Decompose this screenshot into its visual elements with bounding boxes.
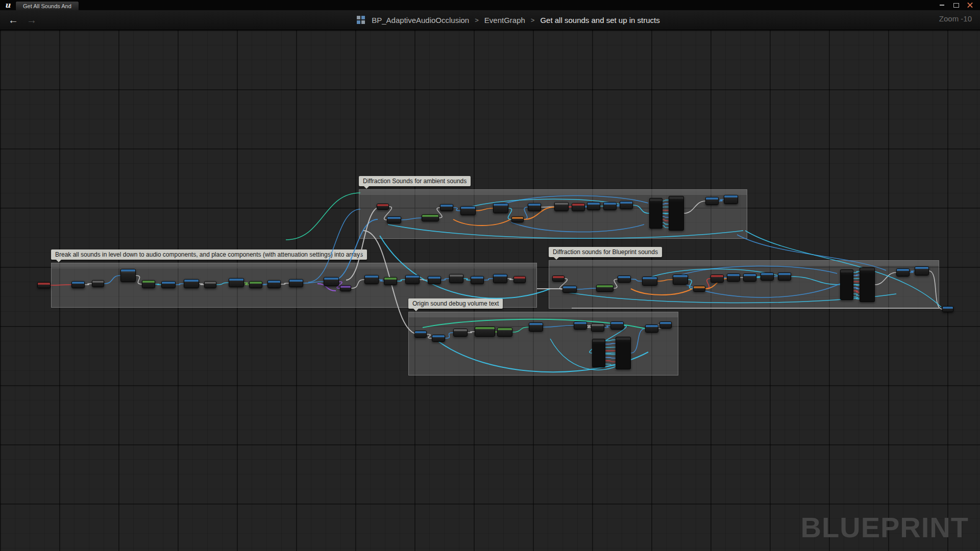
graph-node[interactable] <box>493 203 508 213</box>
graph-node[interactable] <box>497 328 512 337</box>
graph-node[interactable] <box>471 276 484 284</box>
graph-node[interactable] <box>453 329 468 337</box>
graph-node[interactable] <box>340 285 351 291</box>
comment-label-blueprint[interactable]: Diffraction sounds for Blueprint sounds <box>549 247 662 257</box>
graph-node[interactable] <box>562 286 577 293</box>
comment-label-break[interactable]: Break all sounds in level down to audio … <box>51 249 367 260</box>
blueprint-grid-icon <box>357 16 365 24</box>
zoom-level: Zoom -10 <box>939 14 972 23</box>
graph-node[interactable] <box>896 268 910 277</box>
graph-node[interactable] <box>37 282 51 288</box>
comment-box-origin[interactable] <box>408 312 678 375</box>
graph-node[interactable] <box>724 195 738 204</box>
comment-label-origin[interactable]: Origin sound debug volume text <box>408 298 503 309</box>
comment-box-ambient[interactable] <box>359 189 747 239</box>
graph-node[interactable] <box>710 274 724 283</box>
graph-node[interactable] <box>377 204 389 210</box>
graph-node[interactable] <box>428 276 441 284</box>
asset-tab[interactable]: Get All Sounds And <box>15 1 79 10</box>
breadcrumb-item-current: Get all sounds and set up in structs <box>540 16 659 24</box>
graph-node[interactable] <box>184 279 199 288</box>
graph-node[interactable] <box>574 321 587 330</box>
graph-node[interactable] <box>229 278 244 287</box>
graph-node[interactable] <box>204 281 216 288</box>
graph-node[interactable] <box>528 203 541 211</box>
graph-node[interactable] <box>554 202 569 211</box>
graph-node[interactable] <box>71 281 85 288</box>
graph-node[interactable] <box>693 286 705 292</box>
graph-node[interactable] <box>449 274 463 283</box>
unreal-editor-window: u Get All Sounds And ← → BP_AdaptiveAudi… <box>0 0 980 551</box>
graph-node[interactable] <box>596 285 614 292</box>
close-icon[interactable] <box>966 2 975 9</box>
graph-node[interactable] <box>440 204 453 211</box>
graph-node[interactable] <box>513 276 526 283</box>
graph-node[interactable] <box>727 273 740 282</box>
comment-layer: Diffraction Sounds for ambient soundsBre… <box>0 30 980 551</box>
graph-node[interactable] <box>422 214 439 221</box>
graph-node[interactable] <box>659 321 672 329</box>
graph-node[interactable] <box>529 322 543 332</box>
comment-label-ambient[interactable]: Diffraction Sounds for ambient sounds <box>359 176 471 186</box>
restore-icon[interactable] <box>951 2 961 9</box>
graph-node[interactable] <box>616 337 631 369</box>
graph-node[interactable] <box>705 197 719 205</box>
breadcrumb-separator-icon: > <box>531 16 535 24</box>
graph-node[interactable] <box>572 203 585 211</box>
graph-node[interactable] <box>92 280 104 287</box>
graph-node[interactable] <box>620 201 633 209</box>
graph-node[interactable] <box>432 335 445 342</box>
graph-node[interactable] <box>475 327 495 337</box>
graph-node[interactable] <box>645 324 658 333</box>
graph-node[interactable] <box>120 269 136 282</box>
graph-node[interactable] <box>915 266 929 276</box>
forward-button[interactable]: → <box>27 15 37 25</box>
window-controls <box>937 0 980 10</box>
titlebar: u Get All Sounds And <box>0 0 980 10</box>
graph-node[interactable] <box>249 281 262 288</box>
unreal-logo-icon: u <box>0 0 15 10</box>
graph-node[interactable] <box>289 279 303 287</box>
graph-node[interactable] <box>592 339 605 367</box>
graph-node[interactable] <box>673 274 688 285</box>
graph-node[interactable] <box>460 206 476 215</box>
graph-node[interactable] <box>603 202 617 210</box>
graph-node[interactable] <box>778 272 791 281</box>
breadcrumb-separator-icon: > <box>475 16 479 24</box>
graph-node[interactable] <box>591 323 604 332</box>
graph-node[interactable] <box>405 275 420 284</box>
graph-node[interactable] <box>860 267 875 302</box>
graph-node[interactable] <box>142 280 155 288</box>
graph-node[interactable] <box>840 269 853 300</box>
breadcrumb-bar: ← → BP_AdaptiveAudioOcclusion > EventGra… <box>0 10 980 30</box>
graph-node[interactable] <box>364 275 379 284</box>
graph-node[interactable] <box>610 321 624 330</box>
minimize-icon[interactable] <box>937 2 946 9</box>
graph-node[interactable] <box>642 277 657 286</box>
graph-node[interactable] <box>649 198 663 229</box>
graph-node[interactable] <box>324 277 339 286</box>
graph-node[interactable] <box>743 273 756 282</box>
asset-tab-label: Get All Sounds And <box>23 3 71 9</box>
graph-node[interactable] <box>493 274 507 283</box>
graph-node[interactable] <box>761 272 774 281</box>
graph-node[interactable] <box>942 306 953 312</box>
breadcrumb-item-eventgraph[interactable]: EventGraph <box>484 16 525 24</box>
graph-node[interactable] <box>552 276 565 282</box>
graph-node[interactable] <box>511 216 524 222</box>
back-button[interactable]: ← <box>8 15 18 25</box>
breadcrumb-item-blueprint[interactable]: BP_AdaptiveAudioOcclusion <box>372 16 469 24</box>
graph-node[interactable] <box>267 280 281 288</box>
graph-node[interactable] <box>669 196 684 231</box>
graph-node[interactable] <box>387 216 401 223</box>
graph-node[interactable] <box>384 277 397 285</box>
graph-canvas[interactable]: BLUEPRINT Diffraction Sounds for ambient… <box>0 30 980 551</box>
breadcrumb: BP_AdaptiveAudioOcclusion > EventGraph >… <box>45 16 972 24</box>
graph-node[interactable] <box>414 331 427 338</box>
graph-node[interactable] <box>587 202 600 210</box>
graph-node[interactable] <box>161 281 176 288</box>
graph-node[interactable] <box>618 276 631 283</box>
